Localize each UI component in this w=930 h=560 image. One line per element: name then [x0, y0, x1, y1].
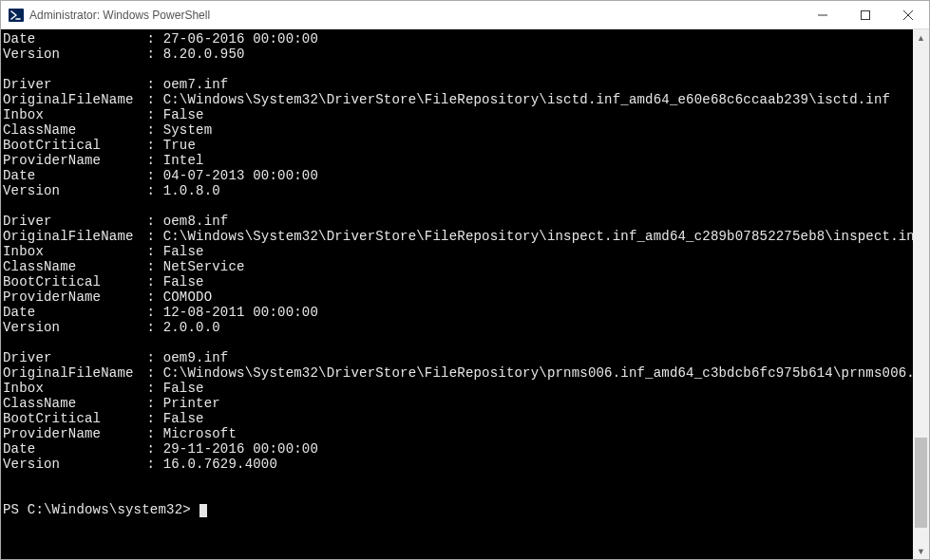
field-key: Date — [3, 441, 139, 457]
output-line: Inbox : False — [3, 381, 913, 396]
field-separator: : — [139, 396, 163, 411]
field-value: oem9.inf — [163, 350, 229, 365]
field-separator: : — [139, 259, 163, 274]
field-separator: : — [139, 457, 163, 472]
prompt-line[interactable]: PS C:\Windows\system32> — [3, 502, 913, 517]
blank-line — [3, 487, 913, 502]
field-key: Version — [3, 457, 139, 472]
close-button[interactable] — [886, 1, 929, 28]
scroll-thumb[interactable] — [915, 438, 927, 528]
output-line: Date : 29-11-2016 00:00:00 — [3, 441, 913, 457]
field-separator: : — [139, 229, 163, 244]
scroll-up-arrow-icon[interactable]: ▲ — [913, 29, 929, 46]
field-separator: : — [139, 168, 163, 183]
output-line: OriginalFileName : C:\Windows\System32\D… — [3, 365, 913, 381]
field-separator: : — [139, 244, 163, 259]
output-line: Version : 2.0.0.0 — [3, 320, 913, 335]
field-separator: : — [139, 350, 163, 365]
output-line: Date : 27-06-2016 00:00:00 — [3, 31, 913, 47]
field-value: True — [163, 138, 196, 153]
field-separator: : — [139, 289, 163, 305]
output-line: Driver : oem8.inf — [3, 214, 913, 229]
field-value: Intel — [163, 153, 204, 168]
field-key: Version — [3, 47, 139, 62]
output-line: ClassName : Printer — [3, 396, 913, 411]
field-key: Date — [3, 168, 139, 183]
field-value: 27-06-2016 00:00:00 — [163, 31, 318, 47]
field-separator: : — [139, 183, 163, 198]
powershell-icon — [9, 8, 24, 23]
powershell-window: Administrator: Windows PowerShell Date :… — [0, 0, 930, 560]
field-separator: : — [139, 441, 163, 457]
field-value: False — [163, 411, 204, 426]
field-key: ClassName — [3, 259, 139, 274]
field-key: ProviderName — [3, 153, 139, 168]
field-value: oem8.inf — [163, 214, 229, 229]
output-line: Date : 04-07-2013 00:00:00 — [3, 168, 913, 183]
window-title: Administrator: Windows PowerShell — [29, 9, 801, 22]
scroll-down-arrow-icon[interactable]: ▼ — [913, 543, 929, 559]
output-line: BootCritical : True — [3, 138, 913, 153]
output-line: Inbox : False — [3, 244, 913, 259]
field-key: ClassName — [3, 122, 139, 138]
output-line: Date : 12-08-2011 00:00:00 — [3, 305, 913, 320]
field-value: 8.20.0.950 — [163, 47, 245, 62]
field-separator: : — [139, 426, 163, 441]
minimize-button[interactable] — [801, 1, 844, 28]
svg-rect-3 — [861, 10, 869, 19]
field-value: False — [163, 244, 204, 259]
blank-line — [3, 472, 913, 487]
field-value: False — [163, 381, 204, 396]
output-line: ProviderName : COMODO — [3, 289, 913, 305]
field-key: OriginalFileName — [3, 92, 139, 107]
maximize-button[interactable] — [844, 1, 886, 28]
field-key: Driver — [3, 350, 139, 365]
field-key: ClassName — [3, 396, 139, 411]
field-value: C:\Windows\System32\DriverStore\FileRepo… — [163, 92, 891, 107]
output-line: OriginalFileName : C:\Windows\System32\D… — [3, 229, 913, 244]
field-value: 29-11-2016 00:00:00 — [163, 441, 318, 457]
window-controls — [801, 1, 929, 28]
field-key: Version — [3, 183, 139, 198]
field-key: BootCritical — [3, 274, 139, 289]
field-separator: : — [139, 274, 163, 289]
field-value: C:\Windows\System32\DriverStore\FileRepo… — [163, 365, 913, 381]
output-line: Version : 8.20.0.950 — [3, 47, 913, 62]
field-separator: : — [139, 411, 163, 426]
field-value: System — [163, 122, 213, 138]
field-value: 04-07-2013 00:00:00 — [163, 168, 318, 183]
field-separator: : — [139, 77, 163, 92]
field-separator: : — [139, 153, 163, 168]
output-line: Inbox : False — [3, 107, 913, 122]
terminal-output[interactable]: Date : 27-06-2016 00:00:00Version : 8.20… — [1, 29, 913, 559]
field-separator: : — [139, 47, 163, 62]
field-separator: : — [139, 138, 163, 153]
cursor — [199, 504, 207, 517]
prompt-text: PS C:\Windows\system32> — [3, 502, 199, 517]
titlebar[interactable]: Administrator: Windows PowerShell — [1, 1, 929, 29]
field-key: Driver — [3, 77, 139, 92]
field-separator: : — [139, 381, 163, 396]
field-key: Date — [3, 31, 139, 47]
field-separator: : — [139, 107, 163, 122]
field-key: Driver — [3, 214, 139, 229]
field-separator: : — [139, 214, 163, 229]
field-key: ProviderName — [3, 289, 139, 305]
field-separator: : — [139, 320, 163, 335]
output-line: Version : 1.0.8.0 — [3, 183, 913, 198]
terminal-area: Date : 27-06-2016 00:00:00Version : 8.20… — [1, 29, 929, 559]
field-separator: : — [139, 122, 163, 138]
field-value: 16.0.7629.4000 — [163, 457, 277, 472]
blank-line — [3, 62, 913, 77]
field-value: 1.0.8.0 — [163, 183, 220, 198]
field-key: ProviderName — [3, 426, 139, 441]
field-key: Inbox — [3, 244, 139, 259]
field-key: OriginalFileName — [3, 229, 139, 244]
field-separator: : — [139, 92, 163, 107]
vertical-scrollbar[interactable]: ▲ ▼ — [913, 29, 929, 559]
blank-line — [3, 335, 913, 350]
field-value: Printer — [163, 396, 220, 411]
output-line: Driver : oem9.inf — [3, 350, 913, 365]
field-value: oem7.inf — [163, 77, 229, 92]
field-key: BootCritical — [3, 138, 139, 153]
